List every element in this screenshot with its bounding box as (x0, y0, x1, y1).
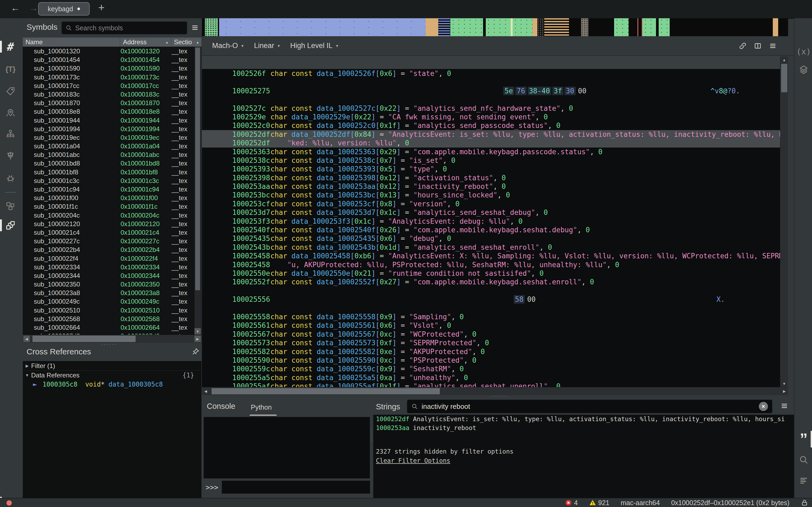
linear-line[interactable]: 10002550echar data_10002550e[0x21] = "ru… (202, 269, 780, 278)
linear-line[interactable]: 1000253cfchar const data_1000253cf[0x8] … (202, 200, 780, 208)
table-scroll-up-button[interactable]: ▲ (194, 38, 201, 47)
platform-label[interactable]: mac-aarch64 (620, 499, 660, 507)
symbol-row[interactable]: sub_1000017cc0x1000017cc__tex (23, 81, 201, 90)
symbol-row[interactable]: sub_1000022b40x1000022b4__tex (23, 245, 201, 254)
xrefs-group-row[interactable]: ▼ Data References {1} (23, 371, 201, 380)
linear-line[interactable]: 10002538cchar const data_10002538c[0x7] … (202, 156, 780, 165)
linear-line[interactable]: 100025573char const data_100025573[0xf] … (202, 339, 780, 347)
linear-line[interactable]: 1000252755e7638-403f3000^v8@?0. (202, 87, 780, 95)
scroll-left-button[interactable]: ◀ (23, 336, 30, 342)
symbol-row[interactable]: sub_1000018700x100001870__tex (23, 99, 201, 107)
strings-list[interactable]: 1000252dfAnalyticsEvent: is_set: %llu, t… (373, 415, 794, 498)
symbol-row[interactable]: sub_1000023440x100002344__tex (23, 272, 201, 280)
symbol-row[interactable]: sub_100001c940x100001c94__tex (23, 185, 201, 194)
linear-line[interactable]: 100025363char const data_100025363[0x29]… (202, 148, 780, 156)
symbol-row[interactable]: sub_100001f000x100001f00__tex (23, 194, 201, 202)
tab-python[interactable]: Python (251, 403, 272, 411)
scroll-left-button[interactable]: ◀ (202, 388, 209, 394)
symbol-row[interactable]: sub_10000183c0x10000183c__tex (23, 90, 201, 99)
linear-line[interactable]: 1000253f3char data_1000253f3[0x1c] = "An… (202, 217, 780, 226)
scroll-right-button[interactable]: ▶ (194, 336, 201, 342)
type-tree-icon[interactable] (4, 150, 17, 163)
forward-icon[interactable]: → (29, 3, 38, 13)
warning-count[interactable]: 921 (589, 499, 610, 507)
tag-icon[interactable] (4, 85, 17, 98)
symbol-row[interactable]: sub_1000022f40x1000022f4__tex (23, 254, 201, 263)
components-icon[interactable] (4, 200, 17, 213)
document-tab[interactable]: keybagd (38, 2, 90, 15)
column-header-section[interactable]: Sectio (171, 38, 194, 47)
xrefs-filter-row[interactable]: ▶ Filter (1) (23, 361, 201, 371)
symbol-row[interactable]: sub_1000018e80x1000018e8__tex (23, 107, 201, 116)
scrollbar-thumb[interactable] (195, 48, 200, 290)
linear-line[interactable] (202, 304, 780, 313)
split-view-icon[interactable] (754, 42, 762, 50)
symbols-menu-icon[interactable] (191, 24, 199, 31)
symbol-row[interactable]: sub_10000227c0x10000227c__tex (23, 237, 201, 245)
linear-line[interactable]: 1000255565800X. (202, 295, 780, 304)
strings-search-input[interactable]: inactivity reboot (407, 400, 772, 413)
linear-line[interactable]: 1000253d7char const data_1000253d7[0x1c]… (202, 208, 780, 217)
mini-graph-icon[interactable] (4, 128, 17, 140)
section-header-line[interactable]: 0x1002526f __cstring (CSTRING_LITERALS) … (202, 56, 780, 69)
panel-splitter-handle[interactable]: ······ (491, 393, 507, 399)
linear-line[interactable]: 100025567char const data_100025567[0xc] … (202, 330, 780, 339)
linear-line[interactable]: 100025435char const data_100025435[0x6] … (202, 234, 780, 243)
console-output[interactable] (204, 417, 370, 478)
symbol-row[interactable]: sub_1000014540x100001454__tex (23, 56, 201, 64)
scrollbar-thumb[interactable] (781, 64, 787, 92)
symbol-row[interactable]: sub_1000021c40x1000021c4__tex (23, 228, 201, 237)
symbols-hash-icon[interactable]: # (4, 40, 17, 53)
linear-view[interactable]: 1002526fchar const data_10002526f[0x6] =… (202, 69, 780, 387)
linear-line[interactable]: 10002540fchar const data_10002540f[0x26]… (202, 226, 780, 234)
symbol-row[interactable]: sub_1000013200x100001320__tex (23, 47, 201, 56)
linear-line[interactable]: 1000255afchar const data_1000255af[0x1f]… (202, 382, 780, 387)
symbol-row[interactable]: sub_100001bf80x100001bf8__tex (23, 168, 201, 176)
new-tab-button[interactable]: + (98, 2, 104, 14)
symbol-row[interactable]: sub_1000021200x100002120__tex (23, 220, 201, 228)
main-vertical-scrollbar[interactable]: ▲ ▼ (780, 56, 788, 387)
view-format-dropdown[interactable]: Mach-O▼ (212, 42, 244, 50)
view-il-dropdown[interactable]: High Level IL▼ (290, 42, 339, 50)
linear-line[interactable]: 10002543bchar const data_10002543b[0x1d]… (202, 243, 780, 251)
linear-line[interactable]: 100025398char const data_100025398[0x12]… (202, 174, 780, 182)
linear-line[interactable]: 1002527cchar const data_10002527c[0x22] … (202, 104, 780, 113)
scroll-down-button[interactable]: ▼ (781, 381, 787, 387)
feature-map[interactable] (202, 18, 788, 36)
linear-line[interactable]: 100025561char const data_100025561[0x6] … (202, 321, 780, 330)
linear-line[interactable]: 1000252df "ked: %llu, version: %llu", 0 (202, 139, 780, 147)
pin-icon[interactable] (192, 348, 200, 356)
symbol-row[interactable]: sub_100001a040x100001a04__tex (23, 142, 201, 151)
symbol-row[interactable]: sub_100001c3c0x100001c3c__tex (23, 176, 201, 185)
linear-line[interactable]: 100025582char const data_100025582[0xe] … (202, 347, 780, 356)
error-count[interactable]: 4 (565, 499, 578, 507)
variables-icon[interactable]: (x) (797, 45, 810, 58)
console-input[interactable] (222, 481, 370, 494)
string-row[interactable]: 1000253aainactivity_reboot (373, 424, 794, 433)
find-icon[interactable] (797, 453, 810, 466)
clear-search-button[interactable] (759, 402, 768, 411)
linear-line[interactable]: 1000252dfchar data_1000252df[0x84] = "An… (202, 130, 780, 139)
linear-line[interactable]: 100025590char const data_100025590[0xc] … (202, 356, 780, 364)
string-row[interactable]: 1000252dfAnalyticsEvent: is_set: %llu, t… (373, 415, 794, 424)
linear-line[interactable]: 10002559cchar const data_10002559c[0x9] … (202, 364, 780, 373)
linear-line[interactable]: 100025458char data_100025458[0xb6] = "An… (202, 251, 780, 260)
symbol-row[interactable]: sub_10000249c0x10000249c__tex (23, 297, 201, 306)
xref-item[interactable]: ⇤1000305c8 void* data_1000305c8 (23, 380, 201, 389)
linear-line[interactable]: 100025458 "u, AKPUProtected: %llu, PSPro… (202, 261, 780, 269)
panel-splitter-handle[interactable]: ······ (101, 341, 117, 347)
linear-line[interactable]: 1002529echar data_10002529e[0x22] = "CA … (202, 113, 780, 121)
scroll-right-button[interactable]: ▶ (781, 388, 788, 394)
symbols-search-input[interactable]: Search symbols (61, 21, 187, 34)
linear-line[interactable]: 1000253aachar const data_1000253aa[0x12]… (202, 182, 780, 191)
linear-line[interactable]: 1002526fchar const data_10002526f[0x6] =… (202, 69, 780, 78)
linear-line[interactable]: 1000255a5char const data_1000255a5[0xa] … (202, 374, 780, 382)
symbol-row[interactable]: sub_1000015900x100001590__tex (23, 64, 201, 73)
column-header-name[interactable]: Name (23, 38, 120, 47)
lock-icon[interactable] (801, 499, 808, 506)
symbol-row[interactable]: sub_1000025100x100002510__tex (23, 306, 201, 315)
sync-link-icon[interactable] (739, 42, 747, 50)
symbols-table-header[interactable]: Name Address▲ Sectio ▲ (23, 38, 201, 47)
strings-menu-icon[interactable] (780, 402, 789, 409)
symbol-row[interactable]: sub_1000023500x100002350__tex (23, 280, 201, 289)
